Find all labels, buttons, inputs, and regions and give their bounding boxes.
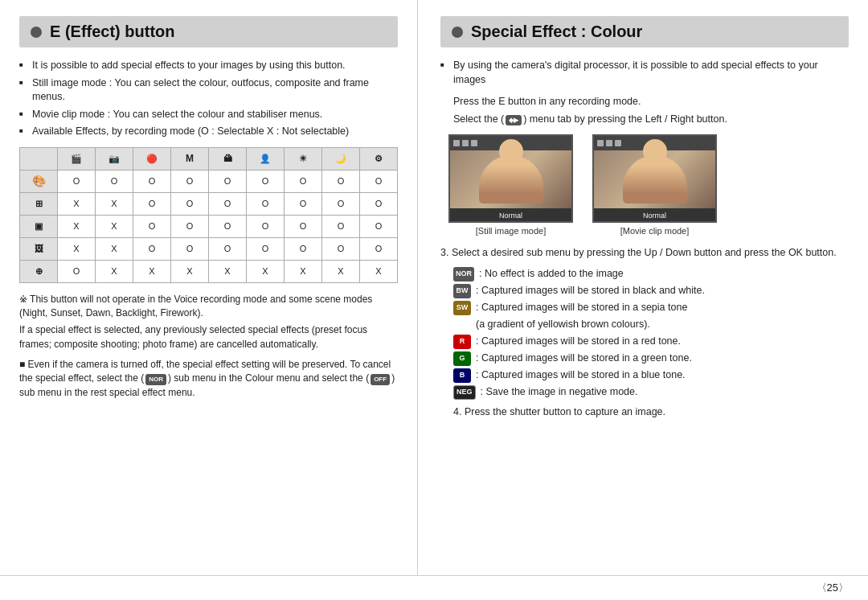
bullet-item: By using the camera's digital processor,… <box>440 59 849 87</box>
step-1: Press the E button in any recording mode… <box>453 95 849 109</box>
screen-bottom-bar: Normal <box>450 208 571 223</box>
cell: O <box>58 170 96 192</box>
effect-desc: : Captured images will be stored in a gr… <box>476 351 692 366</box>
note-text: If a special effect is selected, any pre… <box>19 323 398 351</box>
effect-item: R : Captured images will be stored in a … <box>453 334 849 349</box>
effect-desc: (a gradient of yellowish brown colours). <box>476 317 650 332</box>
table-row: ▣ X X O O O O O O O <box>20 215 398 237</box>
bullet-item: Still image mode : You can select the co… <box>19 76 398 105</box>
table-row: 🎨 O O O O O O O O O <box>20 170 398 192</box>
effect-item: SW : Captured images will be stored in a… <box>453 300 849 315</box>
left-section-header: E (Effect) button <box>19 16 398 47</box>
cell: O <box>322 192 360 215</box>
cell: X <box>322 260 360 282</box>
col-icon: 🏔 <box>209 147 247 170</box>
step4-text: 4. Press the shutter button to capture a… <box>453 406 849 417</box>
bullet-item: Available Effects, by recording mode (O … <box>19 125 398 139</box>
table-row: ⊞ X X O O O O O O O <box>20 192 398 215</box>
head-silhouette <box>643 139 667 163</box>
screen-main <box>450 150 571 208</box>
right-column: Special Effect : Colour By using the cam… <box>418 0 868 575</box>
page-footer: 〈25〉 <box>0 575 868 600</box>
cell: O <box>171 192 209 215</box>
diag-cell <box>20 147 58 170</box>
red-badge: R <box>453 335 471 349</box>
bullet-item: It is possible to add special effects to… <box>19 59 398 73</box>
cell: O <box>247 192 285 215</box>
header-bullet <box>31 27 42 38</box>
cell: O <box>171 215 209 237</box>
screen-icon <box>462 140 469 146</box>
movie-image-screen: Normal <box>592 134 717 223</box>
step-2: Select the (◆▶) menu tab by pressing the… <box>453 113 849 127</box>
cell: X <box>58 237 96 260</box>
cell: X <box>285 260 322 282</box>
nor-badge: NOR <box>145 374 166 385</box>
cell: O <box>360 192 398 215</box>
cell: O <box>58 260 96 282</box>
screen-label: Normal <box>643 212 666 220</box>
left-section-title: E (Effect) button <box>50 23 175 41</box>
cell: X <box>96 260 133 282</box>
screen-main <box>594 150 715 208</box>
effect-item: B : Captured images will be stored in a … <box>453 368 849 383</box>
note-text: ※ This button will not operate in the Vo… <box>19 293 398 321</box>
effect-item-indent: (a gradient of yellowish brown colours). <box>453 317 849 332</box>
movie-image-block: Normal [Movie clip mode] <box>592 134 717 236</box>
effect-desc: : Captured images will be stored in blac… <box>476 283 705 298</box>
steps-list: Press the E button in any recording mode… <box>453 95 849 126</box>
bullet-item: Movie clip mode : You can select the col… <box>19 108 398 122</box>
right-bullet-list: By using the camera's digital processor,… <box>440 59 849 87</box>
cell: X <box>96 192 133 215</box>
cell: O <box>322 237 360 260</box>
cell: X <box>96 215 133 237</box>
sepia-badge: SW <box>453 301 471 315</box>
still-image-label: [Still image mode] <box>476 226 546 236</box>
cell: O <box>133 192 171 215</box>
row-icon: 🖼 <box>20 237 58 260</box>
screen-icon <box>597 140 604 146</box>
cell: O <box>209 192 247 215</box>
cell: O <box>285 170 322 192</box>
green-badge: G <box>453 351 471 366</box>
cell: O <box>285 237 322 260</box>
movie-image-label: [Movie clip mode] <box>620 226 690 236</box>
table-row: 🖼 X X O O O O O O O <box>20 237 398 260</box>
right-section-title: Special Effect : Colour <box>471 23 642 41</box>
cell: O <box>209 237 247 260</box>
effect-desc: : Captured images will be stored in a re… <box>476 334 681 349</box>
cell: O <box>322 170 360 192</box>
screen-icon <box>453 140 460 146</box>
left-bullet-list: It is possible to add special effects to… <box>19 59 398 139</box>
cell: O <box>133 237 171 260</box>
col-icon: 🔴 <box>133 147 171 170</box>
effect-items-list: NOR : No effect is added to the image BW… <box>453 266 849 400</box>
header-bullet-right <box>452 27 463 38</box>
effect-desc: : No effect is added to the image <box>479 266 624 282</box>
col-icon: M <box>171 147 209 170</box>
cell: O <box>133 170 171 192</box>
cell: X <box>360 260 398 282</box>
screen-bottom-bar: Normal <box>594 208 715 223</box>
screen-icon <box>615 140 621 146</box>
cell: X <box>58 192 96 215</box>
col-icon: 🎬 <box>58 147 96 170</box>
screen-icon <box>471 140 477 146</box>
cell: O <box>360 170 398 192</box>
neg-badge: NEG <box>453 385 476 400</box>
cell: X <box>171 260 209 282</box>
col-icon: 📷 <box>96 147 133 170</box>
table-row: ⊕ O X X X X X X X X <box>20 260 398 282</box>
cell: O <box>247 170 285 192</box>
cell: O <box>360 215 398 237</box>
blue-badge: B <box>453 368 471 383</box>
screen-label: Normal <box>499 212 522 220</box>
photo-area <box>450 150 571 208</box>
row-icon: 🎨 <box>20 170 58 192</box>
cell: X <box>96 237 133 260</box>
right-section-header: Special Effect : Colour <box>440 16 849 47</box>
effect-desc: : Save the image in negative mode. <box>481 384 638 400</box>
table-header-row: 🎬 📷 🔴 M 🏔 👤 ☀ 🌙 ⚙ <box>20 147 398 170</box>
still-image-block: Normal [Still image mode] <box>448 134 573 236</box>
effect-desc: : Captured images will be stored in a se… <box>476 300 687 315</box>
